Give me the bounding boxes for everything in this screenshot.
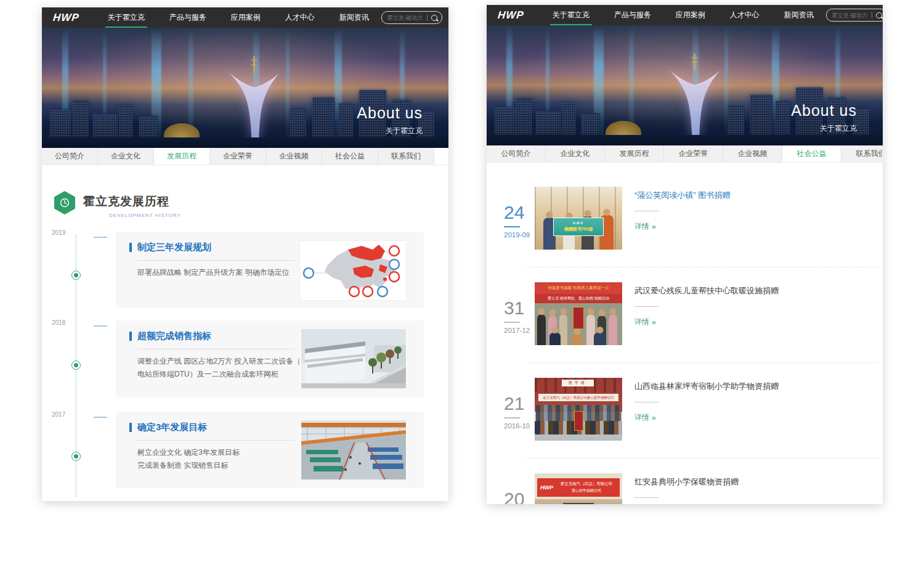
news-photo-book-donation: HWP 捐赠图书700册 [535,187,622,250]
tab-contact[interactable]: 联系我们 [378,148,434,165]
news-divider [527,267,878,267]
search-input[interactable] [386,14,426,22]
sign-logo: HWP [573,221,584,225]
tower-graphic [661,52,729,138]
search-box[interactable] [381,11,442,24]
hero-ground [42,137,448,148]
tab-honors[interactable]: 企业荣誉 [664,145,723,162]
news-item-book-donation[interactable]: 24 2019-09 HWP 捐赠图书700册 “蒲公英阅读小镇” 图书捐赠 [487,185,883,268]
tab-company-intro[interactable]: 公司简介 [487,145,546,162]
section-title: 霍立克发展历程 [83,194,181,210]
tab-corporate-culture[interactable]: 企业文化 [98,148,154,165]
tab-corporate-culture[interactable]: 企业文化 [546,145,605,162]
news-title[interactable]: 武汉爱心残疾儿童帮扶中心取暖设施捐赠 [634,285,870,296]
timeline-dot [71,271,81,280]
main-nav: 关于霍立克 产品与服务 应用案例 人才中心 新闻资讯 [540,5,826,25]
building [339,104,354,138]
banner-logo: HWP [540,484,553,491]
clock-icon [59,197,70,208]
nav-products[interactable]: 产品与服务 [602,5,663,25]
news-date-block: 21 2016-10 [504,394,535,430]
news-text-block: 红安县典明小学保暖物资捐赠 详情 » [634,476,870,504]
nav-talent[interactable]: 人才中心 [718,5,772,25]
nav-about[interactable]: 关于霍立克 [540,5,602,25]
sign-caption: 捐赠图书700册 [564,226,593,232]
timeline-connector [94,237,107,238]
hero-ground [487,135,883,145]
detail-label: 详情 [634,221,649,232]
nav-cases[interactable]: 应用案例 [219,7,273,28]
nav-news[interactable]: 新闻资讯 [327,7,381,28]
brand-logo[interactable]: HWP [497,9,525,22]
search-divider [427,15,428,21]
timeline-connector [94,417,107,418]
news-detail-link[interactable]: 详情 » [634,221,655,232]
tab-videos[interactable]: 企业视频 [266,148,322,165]
factory-exterior-graphic [301,329,407,388]
tab-contact[interactable]: 联系我们 [841,145,883,162]
tab-development-history[interactable]: 发展历程 [154,148,210,165]
title-divider [137,440,294,441]
nav-cases[interactable]: 应用案例 [663,5,718,25]
hero-caption: About us 关于霍立克 [791,102,857,134]
tab-honors[interactable]: 企业荣誉 [210,148,266,165]
news-divider [527,362,878,363]
hero-banner: About us 关于霍立克 [487,25,883,145]
tab-social-welfare[interactable]: 社会公益 [322,148,378,165]
timeline-entry-body: 树立企业文化 确定3年发展目标 完成装备制造 实现销售目标 [137,446,309,472]
donation-sign: HWP 捐赠图书700册 [553,218,604,236]
news-item-heating-donation[interactable]: 31 2017-12 传递爱与温暖 给残疾儿童撑起一片 霍立克“精准帮扶、爱心助… [487,280,883,364]
hero-subtitle: 关于霍立克 [357,126,423,136]
nav-talent[interactable]: 人才中心 [273,7,327,28]
date-underline [504,322,520,323]
golden-dome [164,123,200,138]
nav-news[interactable]: 新闻资讯 [772,5,826,25]
timeline-year: 2018 [52,319,65,326]
tower-graphic [221,54,288,141]
workshop-interior-graphic [301,420,407,479]
timeline-entry-title: 超额完成销售指标 [137,330,211,342]
hexagon-badge [54,191,75,214]
tab-development-history[interactable]: 发展历程 [605,145,664,162]
section-header: 霍立克发展历程 DEVELOPMENT HISTORY [54,191,181,218]
top-navbar: HWP 关于霍立克 产品与服务 应用案例 人才中心 新闻资讯 [42,7,448,28]
workshop-interior-image [301,420,407,479]
timeline-entry-body: 部署品牌战略 制定产品升级方案 明确市场定位 [137,266,309,279]
building [728,106,744,136]
detail-label: 详情 [634,317,649,327]
title-accent-bar [129,243,132,252]
golden-dome [606,121,641,136]
nav-products[interactable]: 产品与服务 [157,7,219,28]
search-box[interactable] [826,9,883,22]
search-icon[interactable] [876,12,882,18]
timeline-dot [71,452,81,461]
building [582,113,600,136]
tab-company-intro[interactable]: 公司简介 [42,148,98,165]
news-year-month: 2017-12 [504,327,535,334]
tab-social-welfare[interactable]: 社会公益 [782,145,841,162]
hero-title: About us [791,102,857,120]
news-title[interactable]: 山西临县林家坪寄宿制小学助学物资捐赠 [634,381,870,392]
news-title[interactable]: “蒲公英阅读小镇” 图书捐赠 [634,190,870,201]
news-date-block: 24 2019-09 [504,203,535,239]
news-photo-school-supplies: 教学楼 霍立克电气（武汉）电缆公司爱心助学捐赠仪式 [535,378,622,441]
news-item-school-supplies[interactable]: 21 2016-10 教学楼 霍立克电气（武汉）电缆公司爱心助学捐赠仪式 山西临… [487,376,883,459]
news-detail-link[interactable]: 详情 » [634,317,655,327]
tab-videos[interactable]: 企业视频 [723,145,782,162]
news-item-warm-supplies[interactable]: 20 HWP 霍立克电气（武汉）有限公司 爱心助学捐赠仪式 红安县典明小学保暖物… [487,471,883,504]
news-photo-warm-supplies: HWP 霍立克电气（武汉）有限公司 爱心助学捐赠仪式 [535,473,622,504]
main-nav: 关于霍立克 产品与服务 应用案例 人才中心 新闻资讯 [95,7,381,28]
pennant-flag [574,411,583,431]
search-icon[interactable] [431,15,437,21]
detail-label: 详情 [634,412,649,423]
news-detail-link[interactable]: 详情 » [634,412,655,423]
search-input[interactable] [831,12,870,19]
brand-logo[interactable]: HWP [52,12,80,24]
news-day: 24 [504,203,535,222]
news-title[interactable]: 红安县典明小学保暖物资捐赠 [634,476,870,487]
nav-about[interactable]: 关于霍立克 [95,7,157,28]
title-accent-bar [129,423,132,432]
photo-banner-line2: 霍立克“精准帮扶、爱心助残”捐赠活动 [535,294,622,303]
hero-subtitle: 关于霍立克 [791,123,857,134]
top-navbar: HWP 关于霍立克 产品与服务 应用案例 人才中心 新闻资讯 [487,5,883,25]
